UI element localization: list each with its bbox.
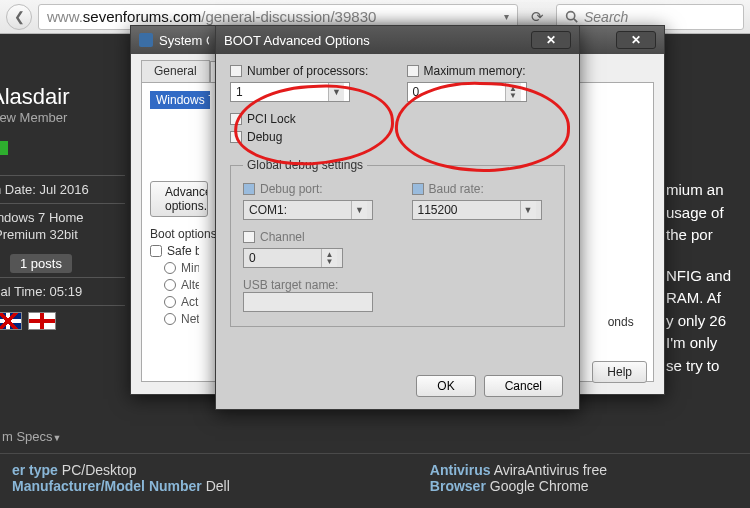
debug-port-label: Debug port: [260,182,323,196]
back-button[interactable]: ❮ [6,4,32,30]
flag-uk-icon [0,312,22,330]
checkbox-checked-icon [243,183,255,195]
boot-advanced-options-dialog: BOOT Advanced Options ✕ Number of proces… [215,25,580,410]
online-indicator [0,141,8,155]
baud-rate-label: Baud rate: [429,182,484,196]
app-icon [139,33,153,47]
debug-port-select: COM1: ▼ [243,200,373,220]
channel-checkbox: Channel [243,230,552,244]
debug-label: Debug [247,130,282,144]
user-role: New Member [0,110,125,125]
flag-england-icon [28,312,56,330]
usb-target-label: USB target name: [243,278,552,292]
checkbox-icon [230,131,242,143]
checkbox-checked-icon [412,183,424,195]
boot-entry[interactable]: Windows 7 [150,91,210,109]
max-memory-input[interactable]: 0 ▲▼ [407,82,527,102]
dropdown-arrow-icon: ▼ [520,201,536,219]
titlebar[interactable]: BOOT Advanced Options ✕ [216,26,579,54]
specs-footer: er type PC/Desktop Manufacturer/Model Nu… [0,453,750,508]
baud-rate-value: 115200 [418,203,458,217]
channel-label: Channel [260,230,305,244]
system-specs-toggle[interactable]: m Specs▼ [2,429,62,444]
help-button[interactable]: Help [592,361,647,383]
join-date: n Date: Jul 2016 [0,175,125,203]
checkbox-icon [230,113,242,125]
user-os: indows 7 Home Premium 32bit [0,203,125,250]
timeout-seconds-fragment: onds [608,315,643,329]
local-time: cal Time: 05:19 [0,277,125,306]
svg-line-1 [574,19,577,22]
num-processors-label: Number of processors: [247,64,368,78]
username[interactable]: Alasdair [0,84,125,110]
num-processors-value: 1 [236,85,243,99]
channel-input: 0 ▲▼ [243,248,343,268]
url-host: sevenforums.com [83,8,201,25]
search-icon [565,10,578,23]
svg-point-0 [567,12,575,20]
spec-value: Dell [206,478,230,494]
dropdown-arrow-icon: ▼ [351,201,367,219]
max-memory-label: Maximum memory: [424,64,526,78]
spec-value: Google Chrome [490,478,589,494]
usb-target-input [243,292,373,312]
tab-general[interactable]: General [141,60,210,82]
num-processors-checkbox[interactable]: Number of processors: [230,64,389,78]
spec-label: er type [12,462,58,478]
debug-port-checkbox: Debug port: [243,182,384,196]
gds-legend: Global debug settings [243,158,367,172]
spec-label: Browser [430,478,486,494]
checkbox-icon [407,65,419,77]
spec-value: AviraAntivirus free [494,462,607,478]
global-debug-settings-group: Global debug settings Debug port: COM1: … [230,158,565,327]
max-memory-checkbox[interactable]: Maximum memory: [407,64,566,78]
advanced-options-button[interactable]: Advanced options... [150,181,208,217]
baud-rate-select: 115200 ▼ [412,200,542,220]
spec-label: Antivirus [430,462,491,478]
url-prefix: www. [47,8,83,25]
url-dropdown-icon[interactable]: ▾ [504,11,509,22]
channel-value: 0 [249,251,256,265]
num-processors-group: Number of processors: 1 ▼ [230,64,389,102]
checkbox-icon [243,231,255,243]
max-memory-value: 0 [413,85,420,99]
dialog-title: BOOT Advanced Options [224,33,370,48]
spec-label: Manufacturer/Model Number [12,478,202,494]
spec-value: PC/Desktop [62,462,137,478]
pci-lock-label: PCI Lock [247,112,296,126]
user-sidebar: Alasdair New Member n Date: Jul 2016 ind… [0,84,125,336]
debug-port-value: COM1: [249,203,287,217]
max-memory-group: Maximum memory: 0 ▲▼ [407,64,566,102]
post-count: 1 posts [10,254,72,273]
ok-button[interactable]: OK [416,375,475,397]
spinner-icon: ▲▼ [505,83,521,101]
url-path: /general-discussion/39830 [201,8,376,25]
dropdown-arrow-icon: ▼ [328,83,344,101]
spinner-icon: ▲▼ [321,249,337,267]
window-title: System Configuration [159,33,209,48]
checkbox-icon [230,65,242,77]
cancel-button[interactable]: Cancel [484,375,563,397]
num-processors-select[interactable]: 1 ▼ [230,82,350,102]
close-button[interactable]: ✕ [531,31,571,49]
pci-lock-checkbox[interactable]: PCI Lock [230,112,565,126]
debug-checkbox[interactable]: Debug [230,130,565,144]
baud-rate-checkbox: Baud rate: [412,182,553,196]
close-button[interactable]: ✕ [616,31,656,49]
search-placeholder: Search [584,9,628,25]
post-text-fragment: mium an usage of the por NFIG and RAM. A… [666,179,750,377]
